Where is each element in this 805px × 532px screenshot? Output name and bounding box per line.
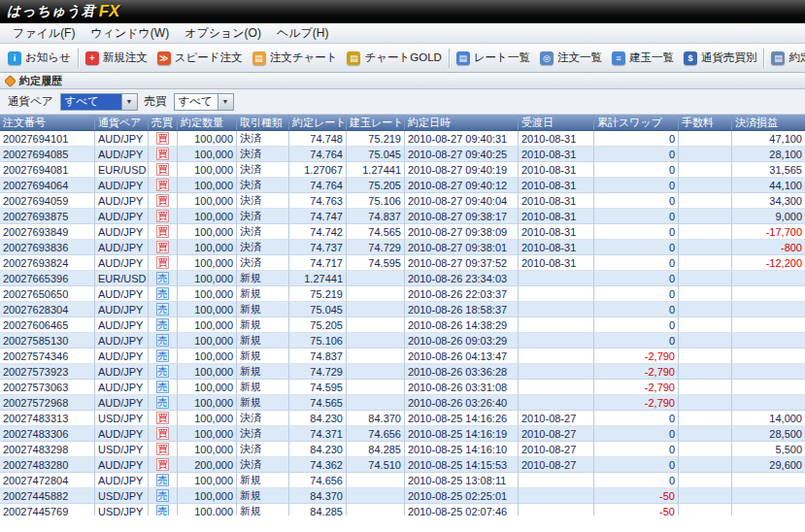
cell-pl	[731, 317, 805, 333]
toolbar-button[interactable]: ▤注文チャート	[248, 48, 343, 68]
cell-exec_rate: 84.230	[288, 411, 346, 426]
toolbar-button[interactable]: ◎注文一覧	[535, 48, 607, 68]
title-bar: はっちゅう君 FX	[0, 0, 805, 23]
cell-exec_rate: 75.106	[288, 333, 346, 349]
cell-exec_time: 2010-08-25 14:16:19	[404, 426, 518, 442]
toolbar-button[interactable]: ▤約定履歴	[766, 48, 805, 68]
column-header-pair[interactable]: 通貨ペア	[94, 115, 148, 130]
cell-qty: 100,000	[177, 380, 236, 395]
table-row[interactable]: 20027445769USD/JPY売100,000新規84.2852010-0…	[0, 504, 805, 515]
cell-swap: -50	[593, 504, 678, 515]
column-header-side[interactable]: 売買	[148, 115, 177, 130]
cell-type: 新規	[236, 271, 288, 286]
toolbar-button-label: 新規注文	[103, 50, 148, 65]
table-row[interactable]: 20027694101AUD/JPY買100,000決済74.74875.219…	[0, 131, 805, 147]
table-row[interactable]: 20027472804AUD/JPY売100,000新規74.6562010-0…	[0, 473, 805, 488]
table-row[interactable]: 20027606465AUD/JPY売100,000新規75.2052010-0…	[0, 317, 805, 333]
cell-side: 買	[148, 255, 177, 271]
cell-exec_time: 2010-08-26 09:03:29	[404, 333, 518, 349]
table-row[interactable]: 20027585130AUD/JPY売100,000新規75.1062010-0…	[0, 333, 805, 349]
table-row[interactable]: 20027694064AUD/JPY買100,000決済74.76475.205…	[0, 178, 805, 193]
column-header-exec_time[interactable]: 約定日時	[404, 115, 518, 130]
cell-pl: -800	[731, 240, 805, 255]
menu-item[interactable]: ファイル(F)	[5, 23, 83, 44]
cell-side: 買	[148, 457, 177, 473]
cell-delivery	[518, 504, 593, 515]
cell-side: 売	[148, 286, 177, 302]
cell-delivery: 2010-08-31	[518, 147, 593, 162]
cell-delivery: 2010-08-31	[518, 193, 593, 209]
table-row[interactable]: 20027665396EUR/USD売100,000新規1.274412010-…	[0, 271, 805, 286]
currency-pair-select[interactable]: すべて ▼	[60, 93, 138, 111]
table-header-row: 注文番号通貨ペア売買約定数量取引種類約定レート建玉レート約定日時受渡日累計スワッ…	[0, 115, 805, 131]
cell-exec_time: 2010-08-27 09:38:01	[404, 240, 518, 255]
menu-item[interactable]: ウィンドウ(W)	[83, 23, 177, 44]
table-row[interactable]: 20027445882USD/JPY売100,000新規84.3702010-0…	[0, 488, 805, 504]
menu-item[interactable]: ヘルプ(H)	[269, 23, 337, 44]
table-row[interactable]: 20027694059AUD/JPY買100,000決済74.76375.106…	[0, 193, 805, 209]
cell-qty: 100,000	[177, 411, 236, 426]
toolbar-button-label: レート一覧	[474, 50, 530, 65]
table-row[interactable]: 20027650650AUD/JPY売100,000新規75.2192010-0…	[0, 286, 805, 302]
sell-badge: 売	[156, 303, 169, 316]
table-row[interactable]: 20027693836AUD/JPY買100,000決済74.73774.729…	[0, 240, 805, 255]
column-header-open_rate[interactable]: 建玉レート	[346, 115, 404, 130]
table-row[interactable]: 20027693849AUD/JPY買100,000決済74.74274.565…	[0, 224, 805, 240]
cell-swap: 0	[593, 209, 678, 224]
toolbar-button[interactable]: iお知らせ	[3, 48, 76, 68]
table-row[interactable]: 20027574346AUD/JPY売100,000新規74.8372010-0…	[0, 349, 805, 364]
table-row[interactable]: 20027694085AUD/JPY買100,000決済74.76475.045…	[0, 147, 805, 162]
table-row[interactable]: 20027573063AUD/JPY売100,000新規74.5952010-0…	[0, 380, 805, 395]
column-header-delivery[interactable]: 受渡日	[518, 115, 593, 130]
cell-qty: 100,000	[177, 147, 236, 162]
cell-exec_rate: 74.729	[288, 364, 346, 380]
toolbar-button[interactable]: ▤レート一覧	[452, 48, 535, 68]
cell-type: 新規	[236, 302, 288, 317]
sell-badge: 売	[156, 334, 169, 347]
sell-badge: 売	[156, 287, 169, 300]
cell-type: 新規	[236, 504, 288, 515]
table-row[interactable]: 20027628304AUD/JPY売100,000新規75.0452010-0…	[0, 302, 805, 317]
cell-type: 新規	[236, 286, 288, 302]
sell-badge: 売	[156, 474, 169, 486]
cell-exec_time: 2010-08-26 23:34:03	[404, 271, 518, 286]
cell-fee	[678, 178, 731, 193]
column-header-order_no[interactable]: 注文番号	[0, 115, 94, 130]
toolbar-button[interactable]: ≡建玉一覧	[607, 48, 679, 68]
table-row[interactable]: 20027573923AUD/JPY売100,000新規74.7292010-0…	[0, 364, 805, 380]
column-header-qty[interactable]: 約定数量	[177, 115, 236, 130]
column-header-type[interactable]: 取引種類	[236, 115, 288, 130]
cell-fee	[678, 240, 731, 255]
table-row[interactable]: 20027693875AUD/JPY買100,000決済74.74774.837…	[0, 209, 805, 224]
cell-fee	[678, 333, 731, 349]
side-select[interactable]: すべて ▼	[174, 93, 234, 111]
table-row[interactable]: 20027694081EUR/USD買100,000決済1.270671.274…	[0, 162, 805, 178]
table-row[interactable]: 20027483298USD/JPY買100,000決済84.23084.285…	[0, 442, 805, 457]
cell-order_no: 20027472804	[0, 473, 94, 488]
toolbar-button[interactable]: +新規注文	[81, 48, 152, 68]
chevron-down-icon[interactable]: ▼	[218, 94, 233, 110]
cell-qty: 100,000	[177, 488, 236, 504]
cell-side: 買	[148, 240, 177, 255]
toolbar-button[interactable]: ▤チャートGOLD	[342, 48, 446, 68]
column-header-fee[interactable]: 手数料	[678, 115, 731, 130]
cell-fee	[678, 380, 731, 395]
cell-exec_rate: 74.371	[288, 426, 346, 442]
table-row[interactable]: 20027483313USD/JPY買100,000決済84.23084.370…	[0, 411, 805, 426]
table-row[interactable]: 20027483306AUD/JPY買100,000決済74.37174.656…	[0, 426, 805, 442]
column-header-exec_rate[interactable]: 約定レート	[288, 115, 346, 130]
column-header-swap[interactable]: 累計スワップ	[593, 115, 678, 130]
toolbar-button[interactable]: ≫スピード注文	[152, 48, 248, 68]
cell-swap: 0	[593, 255, 678, 271]
menu-item[interactable]: オプション(O)	[177, 23, 269, 44]
cell-exec_time: 2010-08-26 03:36:28	[404, 364, 518, 380]
table-row[interactable]: 20027693824AUD/JPY買100,000決済74.71774.595…	[0, 255, 805, 271]
chevron-down-icon[interactable]: ▼	[121, 94, 137, 110]
table-row[interactable]: 20027572968AUD/JPY売100,000新規74.5652010-0…	[0, 395, 805, 411]
cell-swap: 0	[593, 317, 678, 333]
toolbar-button[interactable]: $通貨売買別	[679, 48, 762, 68]
cell-qty: 100,000	[177, 255, 236, 271]
table-row[interactable]: 20027483280AUD/JPY買200,000決済74.36274.510…	[0, 457, 805, 473]
column-header-pl[interactable]: 決済損益	[731, 115, 805, 130]
cell-pair: AUD/JPY	[94, 317, 148, 333]
